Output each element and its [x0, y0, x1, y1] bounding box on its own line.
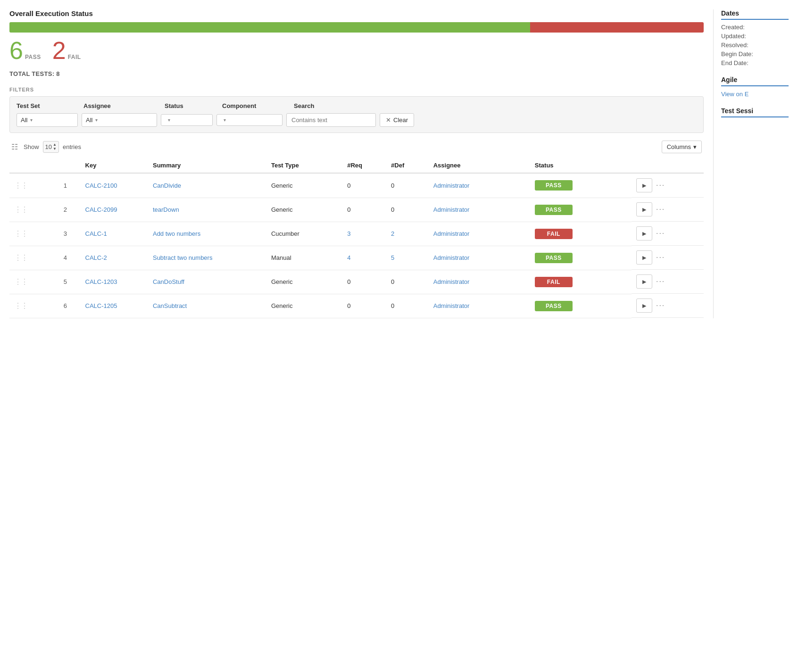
more-button[interactable]: ··· [654, 205, 667, 214]
summary-link[interactable]: Subtract two numbers [153, 254, 212, 261]
search-input-wrapper[interactable] [286, 113, 376, 127]
more-button[interactable]: ··· [654, 277, 667, 286]
filter-assignee-select[interactable]: All ▾ [82, 113, 157, 127]
key-link[interactable]: CALC-2100 [85, 182, 117, 189]
filter-testset-label: Test Set [17, 102, 78, 109]
row-status: FAIL [530, 270, 632, 294]
drag-handle-icon[interactable]: ⋮⋮ [14, 182, 27, 190]
table-header-row: Key Summary Test Type #Req #Def Assignee… [9, 158, 704, 173]
play-button[interactable]: ▶ [636, 250, 652, 265]
status-badge: PASS [535, 180, 573, 191]
row-number: 3 [50, 222, 81, 246]
play-button[interactable]: ▶ [636, 274, 652, 289]
status-badge: FAIL [535, 229, 573, 239]
row-number: 5 [50, 270, 81, 294]
columns-button[interactable]: Columns ▾ [662, 141, 702, 153]
row-req: 4 [342, 246, 386, 270]
table-row: ⋮⋮ 3 CALC-1 Add two numbers Cucumber 3 2… [9, 222, 704, 246]
pass-count: 6 [9, 38, 23, 63]
summary-link[interactable]: CanDoStuff [153, 278, 184, 285]
key-link[interactable]: CALC-1203 [85, 278, 117, 285]
filters-panel: Test Set Assignee Status Component Searc… [9, 96, 704, 133]
assignee-link[interactable]: Administrator [433, 206, 470, 213]
key-link[interactable]: CALC-1205 [85, 302, 117, 309]
pass-stat: 6 PASS [9, 38, 41, 63]
filter-assignee-chevron: ▾ [95, 117, 98, 123]
stepper-up[interactable]: ▲ [53, 143, 57, 147]
row-req: 0 [342, 294, 386, 318]
columns-label: Columns [667, 143, 691, 150]
filter-status-select[interactable]: ▾ [161, 114, 213, 126]
play-button[interactable]: ▶ [636, 178, 652, 192]
sidebar: Dates Created: Updated: Resolved: Begin … [713, 9, 789, 318]
clear-button[interactable]: ✕ Clear [380, 113, 414, 127]
summary-link[interactable]: Add two numbers [153, 230, 200, 237]
drag-handle-icon[interactable]: ⋮⋮ [14, 254, 27, 262]
more-button[interactable]: ··· [654, 229, 667, 238]
row-status: FAIL [530, 222, 632, 246]
filter-search-label: Search [294, 102, 314, 109]
assignee-link[interactable]: Administrator [433, 302, 470, 309]
row-summary: Add two numbers [148, 222, 266, 246]
filter-testset-chevron: ▾ [30, 117, 33, 123]
stepper-down[interactable]: ▼ [53, 147, 57, 151]
table-row: ⋮⋮ 2 CALC-2099 tearDown Generic 0 0 Admi… [9, 198, 704, 222]
summary-link[interactable]: tearDown [153, 206, 179, 213]
sidebar-updated: Updated: [721, 33, 789, 40]
req-link[interactable]: 4 [347, 254, 350, 261]
def-link[interactable]: 5 [391, 254, 394, 261]
key-link[interactable]: CALC-2 [85, 254, 107, 261]
page-title: Overall Execution Status [9, 9, 704, 17]
play-button[interactable]: ▶ [636, 202, 652, 216]
th-actions [632, 158, 704, 173]
key-link[interactable]: CALC-2099 [85, 206, 117, 213]
row-key: CALC-1 [81, 222, 148, 246]
row-def: 0 [386, 173, 429, 198]
assignee-link[interactable]: Administrator [433, 182, 470, 189]
sidebar-end-label: End Date: [721, 59, 748, 66]
play-button[interactable]: ▶ [636, 226, 652, 241]
drag-handle-icon[interactable]: ⋮⋮ [14, 206, 27, 214]
more-button[interactable]: ··· [654, 301, 667, 310]
table-row: ⋮⋮ 5 CALC-1203 CanDoStuff Generic 0 0 Ad… [9, 270, 704, 294]
entries-stepper[interactable]: ▲ ▼ [53, 143, 57, 151]
assignee-link[interactable]: Administrator [433, 278, 470, 285]
search-input[interactable] [291, 116, 371, 124]
row-test-type: Generic [266, 198, 342, 222]
play-button[interactable]: ▶ [636, 299, 652, 313]
filter-testset-select[interactable]: All ▾ [17, 113, 78, 127]
drag-handle-icon[interactable]: ⋮⋮ [14, 230, 27, 238]
summary-link[interactable]: CanSubtract [153, 302, 187, 309]
def-link[interactable]: 2 [391, 230, 394, 237]
sidebar-dates-title: Dates [721, 9, 789, 20]
sidebar-begin: Begin Date: [721, 50, 789, 58]
summary-link[interactable]: CanDivide [153, 182, 181, 189]
th-drag [9, 158, 50, 173]
sidebar-created: Created: [721, 24, 789, 31]
pass-label: PASS [25, 54, 41, 60]
more-button[interactable]: ··· [654, 253, 667, 262]
row-test-type: Generic [266, 270, 342, 294]
view-on-board-link[interactable]: View on E [721, 91, 748, 98]
row-actions: ▶ ··· [632, 222, 704, 246]
sidebar-resolved: Resolved: [721, 41, 789, 49]
drag-handle-icon[interactable]: ⋮⋮ [14, 302, 27, 310]
entries-select[interactable]: 10 ▲ ▼ [43, 141, 59, 153]
th-req: #Req [342, 158, 386, 173]
th-status: Status [530, 158, 632, 173]
key-link[interactable]: CALC-1 [85, 230, 107, 237]
row-def: 2 [386, 222, 429, 246]
assignee-link[interactable]: Administrator [433, 230, 470, 237]
row-req: 0 [342, 173, 386, 198]
more-button[interactable]: ··· [654, 181, 667, 190]
req-link[interactable]: 3 [347, 230, 350, 237]
row-key: CALC-2099 [81, 198, 148, 222]
row-status: PASS [530, 294, 632, 318]
row-summary: CanDoStuff [148, 270, 266, 294]
drag-handle-icon[interactable]: ⋮⋮ [14, 278, 27, 286]
row-assignee: Administrator [429, 173, 530, 198]
filter-component-select[interactable]: ▾ [216, 114, 283, 126]
progress-bar [9, 22, 704, 33]
clear-label: Clear [393, 116, 408, 124]
assignee-link[interactable]: Administrator [433, 254, 470, 261]
